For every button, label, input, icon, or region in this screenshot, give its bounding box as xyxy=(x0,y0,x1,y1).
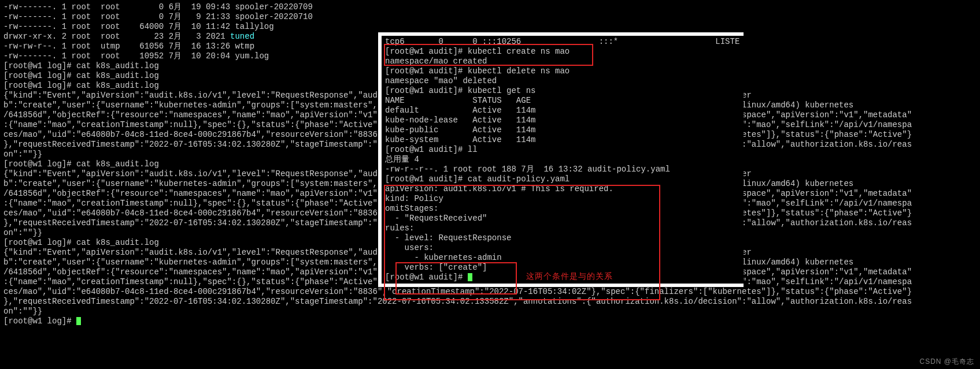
terminal-line: kube-node-lease Active 114m xyxy=(385,115,740,125)
terminal-line: [root@w1 audit]# kubectl get ns xyxy=(385,86,740,96)
watermark: CSDN @毛奇志 xyxy=(919,357,974,367)
annotation-label: 这两个条件是与的关系 xyxy=(526,271,613,281)
terminal-line: -rw-------. 1 root root 64000 7月 10 11:4… xyxy=(3,22,980,32)
terminal-line: [root@w1 audit]# cat audit-policy.yaml xyxy=(385,174,740,184)
annotation-box-policy-inner xyxy=(395,262,517,295)
terminal-line: 总用量 4 xyxy=(385,155,740,165)
terminal-line: -rw-------. 1 root root 0 6月 19 09:43 sp… xyxy=(3,2,980,12)
cursor-icon xyxy=(76,317,81,325)
terminal-line: [root@w1 log]# xyxy=(3,316,980,326)
terminal-line: -rw-r--r--. 1 root root 188 7月 16 13:32 … xyxy=(385,165,740,174)
terminal-line: on":""}} xyxy=(3,307,980,316)
terminal-line: default Active 114m xyxy=(385,106,740,115)
terminal-line: namespace "mao" deleted xyxy=(385,76,740,86)
terminal-line: [root@w1 audit]# ll xyxy=(385,145,740,155)
annotation-box-command xyxy=(384,44,593,66)
terminal-line: -rw-------. 1 root root 0 7月 9 21:33 spo… xyxy=(3,12,980,22)
terminal-line: NAME STATUS AGE xyxy=(385,96,740,106)
terminal-line: kube-system Active 114m xyxy=(385,135,740,145)
terminal-line: [root@w1 audit]# kubectl delete ns mao xyxy=(385,66,740,76)
terminal-line: kube-public Active 114m xyxy=(385,125,740,135)
